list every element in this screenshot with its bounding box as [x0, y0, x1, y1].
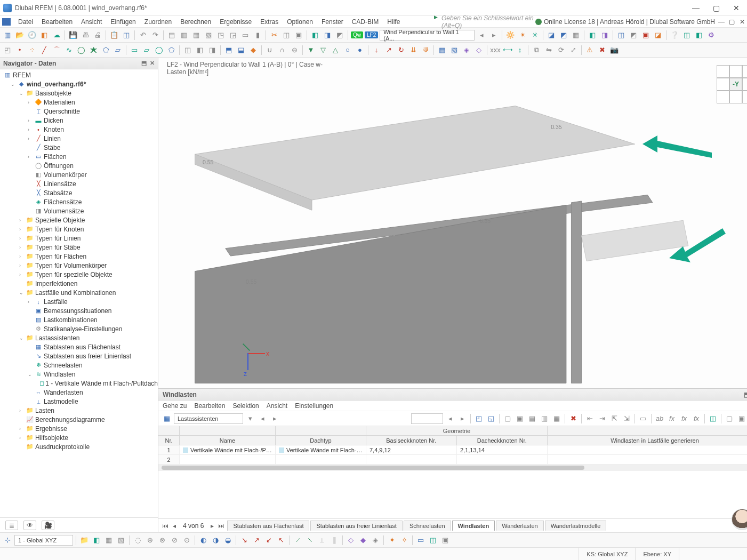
menu-einfügen[interactable]: Einfügen [106, 18, 140, 26]
unk-a-icon[interactable]: ◫ [281, 30, 292, 41]
menu-cad-bim[interactable]: CAD-BIM [348, 18, 383, 26]
menu-fenster[interactable]: Fenster [317, 18, 348, 26]
next-lc-icon[interactable]: ▸ [488, 30, 499, 41]
menu-extras[interactable]: Extras [256, 18, 283, 26]
tree-item[interactable]: ▦Stablasten aus Flächenlast [0, 342, 158, 351]
section-icon[interactable]: ✂ [269, 30, 279, 41]
tree-item[interactable]: ›▭Flächen [0, 152, 158, 161]
hinge-a-icon[interactable]: ○ [342, 45, 353, 55]
iso-a-icon[interactable]: ◪ [546, 30, 557, 41]
panel-g3-icon[interactable]: ▤ [527, 413, 537, 424]
panel-g5-icon[interactable]: ▦ [551, 413, 562, 424]
bb-snap1-icon[interactable]: ◌ [132, 535, 143, 546]
menu-datei[interactable]: Datei [14, 18, 37, 26]
tree-item[interactable]: ◯Öffnungen [0, 161, 158, 170]
panel-menu-item[interactable]: Selektion [232, 402, 259, 410]
mesh-a-icon[interactable]: ▦ [437, 45, 447, 55]
panel-out-b-icon[interactable]: ⇥ [597, 413, 607, 424]
menu-berechnen[interactable]: Berechnen [176, 18, 215, 26]
render-b-icon[interactable]: ◨ [322, 30, 333, 41]
nav-eye-icon[interactable]: 👁 [23, 521, 36, 530]
tree-item[interactable]: ⟂Lastmodelle [0, 397, 158, 406]
nav-cam-icon[interactable]: 🎥 [42, 521, 54, 530]
obj-c-icon[interactable]: ◆ [248, 45, 259, 55]
wizard-icon[interactable]: ▦ [162, 413, 172, 424]
panel-tab[interactable]: Wanderlastmodelle [545, 521, 607, 531]
tree-item[interactable]: ›📁Ergebnisse [0, 424, 158, 433]
table-row[interactable]: 2 [158, 455, 747, 465]
wiz-f-icon[interactable]: ◪ [653, 30, 663, 41]
calc-b-icon[interactable]: ✴ [517, 30, 528, 41]
vol-a-icon[interactable]: ◫ [182, 45, 193, 55]
obj-b-icon[interactable]: ⬓ [236, 45, 246, 55]
cs-icon[interactable]: ⊹ [2, 535, 13, 546]
panel-fx3-icon[interactable]: fx [679, 413, 689, 424]
tabs-last-icon[interactable]: ⏭ [216, 522, 226, 530]
bb-g4-icon[interactable]: ∥ [329, 535, 340, 546]
tree-item[interactable]: ›📁Typen für Linien [0, 234, 158, 243]
panel-menu-item[interactable]: Ansicht [267, 402, 287, 410]
saveall-icon[interactable]: 🖶 [80, 30, 91, 41]
tree-item[interactable]: ›•Knoten [0, 125, 158, 134]
new-icon[interactable]: ▥ [2, 30, 13, 41]
panel-table[interactable]: Nr. Name Dachtyp Geometrie Basiseckknote… [158, 426, 747, 518]
window-max-icon[interactable]: ▢ [729, 18, 736, 26]
panel-out-a-icon[interactable]: ⇤ [584, 413, 595, 424]
keyword-search[interactable]: Geben Sie ein Schlüsselwort ein (Alt+Q) [434, 14, 535, 29]
close-panel-icon[interactable]: ✕ [150, 60, 155, 67]
grid-c-icon[interactable]: ▦ [191, 30, 202, 41]
bb-g2-icon[interactable]: ⟍ [304, 535, 315, 546]
panel-del-icon[interactable]: ✖ [568, 413, 579, 424]
tree-item[interactable]: ◧Volumenkörper [0, 170, 158, 179]
wiz-d-icon[interactable]: ◩ [628, 30, 639, 41]
tree-item[interactable]: ◈Flächensätze [0, 197, 158, 206]
view3-icon[interactable]: ▭ [240, 30, 251, 41]
panel-menu-item[interactable]: Bearbeiten [194, 402, 225, 410]
surf-d-icon[interactable]: ⬠ [166, 45, 176, 55]
print-icon[interactable]: 🖨 [92, 30, 103, 41]
tabs-next-icon[interactable]: ▸ [209, 522, 215, 530]
close-button[interactable]: ✕ [732, 4, 741, 12]
tree-item[interactable]: ⌄📁Lastfälle und Kombinationen [0, 288, 158, 297]
panel-menu-item[interactable]: Einstellungen [295, 402, 333, 410]
panel-g2-icon[interactable]: ▣ [515, 413, 525, 424]
panel-fx2-icon[interactable]: fx [666, 413, 677, 424]
warn-icon[interactable]: ⚠ [584, 45, 595, 55]
panel-fx4-icon[interactable]: fx [691, 413, 702, 424]
bb-end2-icon[interactable]: ◫ [428, 535, 438, 546]
tree-item[interactable]: ›↓Lastfälle [0, 297, 158, 306]
menu-optionen[interactable]: Optionen [283, 18, 317, 26]
calc-c-icon[interactable]: ✳ [529, 30, 540, 41]
rotate-icon[interactable]: ⟳ [556, 45, 566, 55]
copy-icon[interactable]: ⧉ [531, 45, 542, 55]
scatter-icon[interactable]: ⁘ [27, 45, 37, 55]
res-b-icon[interactable]: ◇ [473, 45, 484, 55]
cubes-a-icon[interactable]: ◫ [681, 30, 692, 41]
shape-a-icon[interactable]: ◯ [76, 45, 86, 55]
help-icon[interactable]: ❔ [669, 30, 680, 41]
bb-g3-icon[interactable]: ⟂ [317, 535, 327, 546]
panel-sel-a-icon[interactable]: ◰ [473, 413, 484, 424]
bb-d-icon[interactable]: ▧ [116, 535, 126, 546]
tree-item[interactable]: ›📁Lasten [0, 406, 158, 415]
view-cube[interactable]: -Y [717, 65, 747, 103]
grid-d-icon[interactable]: ▧ [203, 30, 214, 41]
view1-icon[interactable]: ◳ [215, 30, 226, 41]
bb-p2-icon[interactable]: ◆ [358, 535, 368, 546]
tree-item[interactable]: 📁Ausdruckprotokolle [0, 442, 158, 451]
bb-b-icon[interactable]: ◧ [91, 535, 102, 546]
panel-e2-icon[interactable]: ▢ [724, 413, 735, 424]
tree-item[interactable]: ╳Liniensätze [0, 179, 158, 188]
panel-tab[interactable]: Stablasten aus Flächenlast [227, 521, 309, 531]
panel-combo[interactable]: Lastassistenten [174, 413, 243, 424]
tree-item[interactable]: ╳Stabsätze [0, 188, 158, 197]
tree-item[interactable]: ›▬Dicken [0, 116, 158, 125]
bb-snap3-icon[interactable]: ⊗ [157, 535, 167, 546]
viewport[interactable]: LF2 - Wind Perpendicular to Wall 1 (A-B)… [158, 58, 747, 388]
panel-out-d-icon[interactable]: ⇲ [621, 413, 632, 424]
panel-g4-icon[interactable]: ▥ [539, 413, 550, 424]
cloud-icon[interactable]: ☁ [51, 30, 62, 41]
tree-item[interactable]: ⌄≋Windlasten [0, 370, 158, 379]
line-b-icon[interactable]: ⌒ [51, 45, 62, 55]
vol-c-icon[interactable]: ◨ [207, 45, 218, 55]
